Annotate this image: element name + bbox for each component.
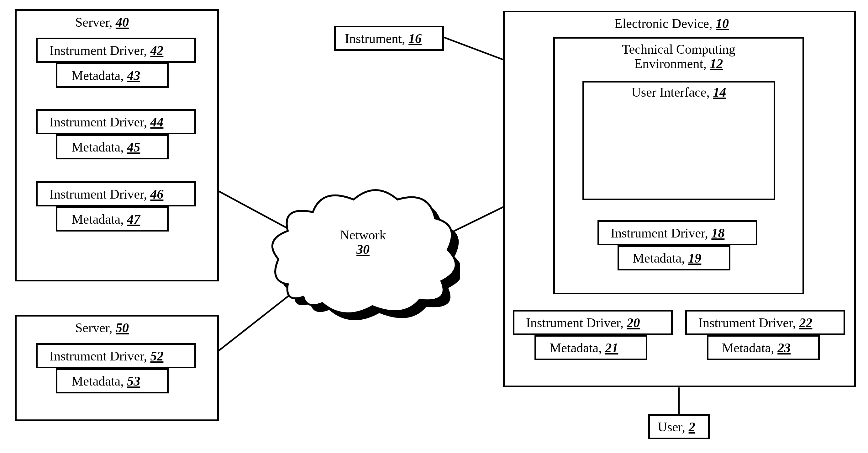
instrument-driver-52-label: Instrument Driver, 52 [50, 349, 163, 363]
metadata-21-label: Metadata, 21 [550, 341, 618, 355]
metadata-53-label: Metadata, 53 [71, 374, 140, 388]
instrument-driver-44-label: Instrument Driver, 44 [50, 115, 163, 129]
user-interface-14-box: User Interface, 14 [582, 81, 775, 200]
metadata-47-label: Metadata, 47 [71, 212, 140, 227]
server-50-title: Server, 50 [75, 321, 129, 335]
metadata-45-label: Metadata, 45 [71, 140, 140, 154]
metadata-19-label: Metadata, 19 [632, 251, 701, 265]
metadata-23-label: Metadata, 23 [722, 341, 790, 355]
instrument-driver-46-label: Instrument Driver, 46 [50, 187, 163, 201]
instrument-driver-42-label: Instrument Driver, 42 [50, 43, 163, 58]
instrument-driver-20-label: Instrument Driver, 20 [526, 316, 640, 330]
user-interface-14-label: User Interface, 14 [584, 85, 774, 100]
tce-12-title: Technical Computing Environment, 12 [597, 42, 760, 71]
instrument-16-label: Instrument, 16 [345, 31, 422, 46]
instrument-driver-22-label: Instrument Driver, 22 [699, 316, 812, 330]
instrument-driver-18-label: Instrument Driver, 18 [611, 226, 724, 240]
server-40-title: Server, 40 [75, 15, 129, 29]
user-2-label: User, 2 [658, 420, 695, 434]
metadata-43-label: Metadata, 43 [71, 68, 140, 83]
network-label: Network 30 [332, 228, 394, 257]
svg-line-3 [444, 37, 503, 60]
electronic-device-10-title: Electronic Device, 10 [614, 16, 729, 31]
